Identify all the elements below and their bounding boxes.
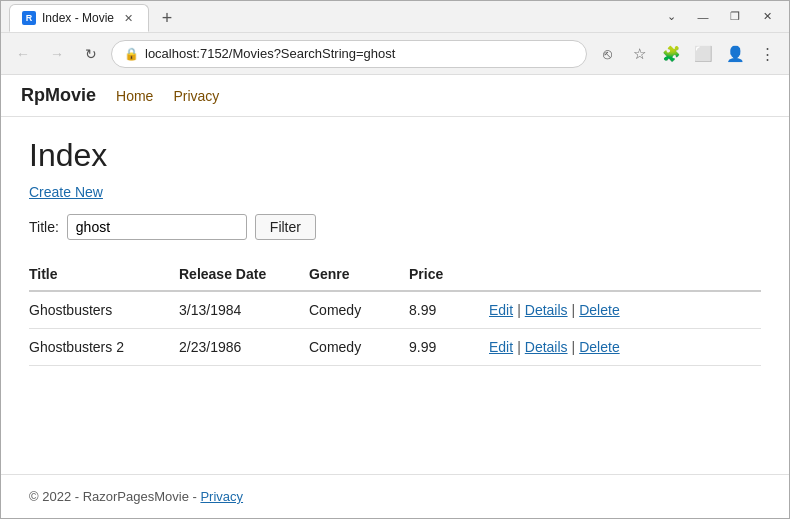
extensions-icon[interactable]: 🧩	[657, 40, 685, 68]
col-header-genre: Genre	[309, 258, 409, 291]
navbar: RpMovie Home Privacy	[1, 75, 789, 117]
search-input[interactable]	[67, 214, 247, 240]
edit-link-1[interactable]: Edit	[489, 302, 513, 318]
movie-date-1: 3/13/1984	[179, 291, 309, 329]
table-header-row: Title Release Date Genre Price	[29, 258, 761, 291]
sidebar-icon[interactable]: ⬜	[689, 40, 717, 68]
search-label: Title:	[29, 219, 59, 235]
movie-actions-1: Edit | Details | Delete	[489, 291, 761, 329]
col-header-price: Price	[409, 258, 489, 291]
tab-favicon: R	[22, 11, 36, 25]
url-text: localhost:7152/Movies?SearchString=ghost	[145, 46, 574, 61]
create-new-link[interactable]: Create New	[29, 184, 103, 200]
movie-actions-2: Edit | Details | Delete	[489, 329, 761, 366]
restore-button[interactable]: ❐	[721, 7, 749, 27]
tab-strip: R Index - Movie ✕ +	[9, 1, 657, 32]
new-tab-button[interactable]: +	[153, 4, 181, 32]
delete-link-1[interactable]: Delete	[579, 302, 619, 318]
movie-date-2: 2/23/1986	[179, 329, 309, 366]
edit-link-2[interactable]: Edit	[489, 339, 513, 355]
details-link-1[interactable]: Details	[525, 302, 568, 318]
chevron-down-icon[interactable]: ⌄	[657, 7, 685, 27]
reload-button[interactable]: ↻	[77, 40, 105, 68]
brand-name: RpMovie	[21, 85, 96, 106]
separator-1b: |	[572, 302, 576, 318]
separator-1a: |	[517, 302, 521, 318]
movie-price-1: 8.99	[409, 291, 489, 329]
menu-icon[interactable]: ⋮	[753, 40, 781, 68]
footer-copyright: © 2022 - RazorPagesMovie -	[29, 489, 200, 504]
details-link-2[interactable]: Details	[525, 339, 568, 355]
address-actions: ⎋ ☆ 🧩 ⬜ 👤 ⋮	[593, 40, 781, 68]
col-header-actions	[489, 258, 761, 291]
search-row: Title: Filter	[29, 214, 761, 240]
separator-2b: |	[572, 339, 576, 355]
nav-home[interactable]: Home	[116, 88, 153, 104]
movie-price-2: 9.99	[409, 329, 489, 366]
separator-2a: |	[517, 339, 521, 355]
col-header-release-date: Release Date	[179, 258, 309, 291]
close-button[interactable]: ✕	[753, 7, 781, 27]
title-bar: R Index - Movie ✕ + ⌄ — ❐ ✕	[1, 1, 789, 33]
movies-table: Title Release Date Genre Price Ghostbust…	[29, 258, 761, 366]
nav-privacy[interactable]: Privacy	[173, 88, 219, 104]
active-tab[interactable]: R Index - Movie ✕	[9, 4, 149, 32]
page-title: Index	[29, 137, 761, 174]
main-content: Index Create New Title: Filter Title Rel…	[1, 117, 789, 474]
url-bar[interactable]: 🔒 localhost:7152/Movies?SearchString=gho…	[111, 40, 587, 68]
movie-genre-1: Comedy	[309, 291, 409, 329]
footer-privacy-link[interactable]: Privacy	[200, 489, 243, 504]
page-content: RpMovie Home Privacy Index Create New Ti…	[1, 75, 789, 518]
movie-genre-2: Comedy	[309, 329, 409, 366]
table-row: Ghostbusters 2 2/23/1986 Comedy 9.99 Edi…	[29, 329, 761, 366]
movie-title-1: Ghostbusters	[29, 291, 179, 329]
share-icon[interactable]: ⎋	[593, 40, 621, 68]
back-button[interactable]: ←	[9, 40, 37, 68]
col-header-title: Title	[29, 258, 179, 291]
movie-title-2: Ghostbusters 2	[29, 329, 179, 366]
bookmark-icon[interactable]: ☆	[625, 40, 653, 68]
window-controls: ⌄ — ❐ ✕	[657, 7, 781, 27]
lock-icon: 🔒	[124, 47, 139, 61]
browser-window: R Index - Movie ✕ + ⌄ — ❐ ✕ ← → ↻ 🔒 loca…	[0, 0, 790, 519]
tab-close-button[interactable]: ✕	[120, 10, 136, 26]
minimize-button[interactable]: —	[689, 7, 717, 27]
tab-title: Index - Movie	[42, 11, 114, 25]
page-footer: © 2022 - RazorPagesMovie - Privacy	[1, 474, 789, 518]
address-bar: ← → ↻ 🔒 localhost:7152/Movies?SearchStri…	[1, 33, 789, 75]
filter-button[interactable]: Filter	[255, 214, 316, 240]
delete-link-2[interactable]: Delete	[579, 339, 619, 355]
profile-icon[interactable]: 👤	[721, 40, 749, 68]
forward-button[interactable]: →	[43, 40, 71, 68]
table-row: Ghostbusters 3/13/1984 Comedy 8.99 Edit …	[29, 291, 761, 329]
